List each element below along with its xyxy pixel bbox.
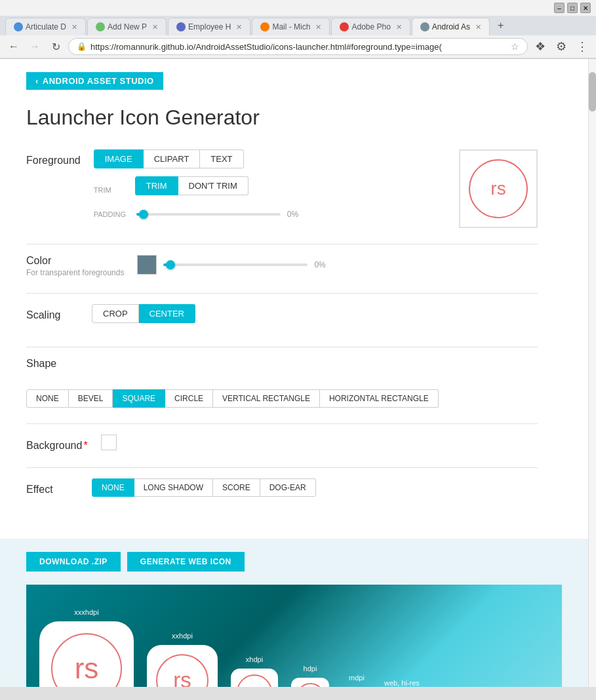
preview-icon-xxxhdpi: rs (39, 621, 134, 687)
browser-tab-addnew[interactable]: Add New P✕ (87, 18, 167, 35)
browser-tab-articulate[interactable]: Articulate D✕ (5, 18, 86, 35)
address-bar[interactable]: 🔒 https://romannurik.github.io/AndroidAs… (68, 38, 528, 55)
preview-circle: rs (469, 159, 528, 218)
color-label-group: Color For transparent foregrounds (26, 255, 124, 277)
close-button[interactable]: ✕ (580, 3, 591, 13)
preview-icon-hdpi: rs (291, 678, 329, 687)
required-indicator: * (83, 440, 87, 451)
preview-icon-xxhdpi: rs (147, 645, 218, 687)
menu-button[interactable]: ⋮ (574, 38, 591, 55)
nav-bar: ← → ↻ 🔒 https://romannurik.github.io/And… (0, 35, 596, 58)
trim-row: TRIM TRIMDON'T TRIM (94, 176, 446, 203)
preview-dpi-label: mdpi (349, 674, 365, 682)
browser-chrome: – □ ✕ Articulate D✕Add New P✕Employee H✕… (0, 0, 596, 59)
shape-square[interactable]: SQUARE (113, 389, 165, 408)
foreground-preview: rs (459, 149, 538, 228)
extensions-button[interactable]: ❖ (532, 38, 549, 55)
color-controls: 0% (137, 255, 538, 275)
preview-icon-circle: rs (237, 674, 272, 687)
foreground-type-image[interactable]: IMAGE (94, 149, 144, 168)
asset-studio-header[interactable]: ‹ ANDROID ASSET STUDIO (26, 72, 163, 90)
effect-score[interactable]: SCORE (213, 478, 260, 497)
new-tab-button[interactable]: + (491, 16, 510, 35)
download-buttons: DOWNLOAD .ZIP GENERATE WEB ICON (26, 552, 562, 572)
reload-button[interactable]: ↻ (47, 38, 64, 55)
browser-tab-employee[interactable]: Employee H✕ (168, 18, 250, 35)
background-section: Background* (26, 435, 538, 452)
shape-circle[interactable]: CIRCLE (165, 389, 213, 408)
foreground-type-clipart[interactable]: CLIPART (144, 149, 201, 168)
preview-item-xxxhdpi: xxxhdpirs (39, 608, 134, 687)
effect-long-shadow[interactable]: LONG SHADOW (134, 478, 213, 497)
address-text: https://romannurik.github.io/AndroidAsse… (90, 42, 507, 52)
bookmark-icon[interactable]: ☆ (511, 41, 519, 52)
foreground-type-text[interactable]: TEXT (200, 149, 243, 168)
preview-icon-xhdpi: rs (231, 669, 278, 687)
generate-web-icon-button[interactable]: GENERATE WEB ICON (127, 552, 245, 572)
foreground-section: Foreground IMAGECLIPARTTEXT TRIM TRIMDON… (26, 149, 538, 228)
preview-dpi-label: xhdpi (246, 655, 263, 663)
foreground-label: Foreground (26, 149, 81, 166)
minimize-button[interactable]: – (554, 3, 565, 13)
shape-btn-group: NONEBEVELSQUARECIRCLEVERTICAL RECTANGLEH… (26, 389, 439, 408)
scaling-btn-group: CROPCENTER (92, 304, 195, 323)
padding-row: PADDING 0% (94, 210, 446, 219)
preview-dpi-label: hdpi (304, 665, 317, 672)
title-bar: – □ ✕ (0, 0, 596, 16)
color-swatch[interactable] (137, 255, 157, 275)
preview-dpi-label: xxhdpi (172, 632, 193, 640)
forward-button[interactable]: → (26, 38, 43, 55)
padding-slider-track[interactable] (136, 213, 281, 216)
preview-item-web--hi-res: web, hi-resrs (384, 679, 420, 687)
color-sublabel: For transparent foregrounds (26, 268, 124, 277)
preview-icon-circle: rs (296, 683, 325, 688)
scaling-center[interactable]: CENTER (139, 304, 195, 323)
preview-grid: xxxhdpirsxxhdpirsxhdpirshdpirsmdpirsweb,… (26, 585, 562, 687)
scaling-label: Scaling (26, 304, 79, 321)
color-slider-track[interactable] (163, 263, 308, 266)
shape-horizontal-rectangle[interactable]: HORIZONTAL RECTANGLE (320, 389, 439, 408)
browser-tab-adobe[interactable]: Adobe Pho✕ (331, 18, 410, 35)
shape-label: Shape (26, 358, 79, 370)
padding-label: PADDING (94, 210, 130, 218)
browser-tab-mail[interactable]: Mail - Mich✕ (252, 18, 330, 35)
effect-section: Effect NONELONG SHADOWSCOREDOG-EAR (26, 478, 538, 497)
color-slider-thumb[interactable] (166, 260, 175, 269)
back-button[interactable]: ← (5, 38, 22, 55)
preview-icon-circle: rs (51, 633, 122, 687)
effect-label: Effect (26, 478, 79, 496)
maximize-button[interactable]: □ (567, 3, 578, 13)
preview-item-xxhdpi: xxhdpirs (147, 632, 218, 687)
trim-label: TRIM (94, 186, 130, 194)
effect-none[interactable]: NONE (92, 478, 134, 497)
lock-icon: 🔒 (77, 42, 87, 51)
download-zip-button[interactable]: DOWNLOAD .ZIP (26, 552, 121, 572)
asset-studio-label: ANDROID ASSET STUDIO (43, 76, 154, 86)
trim-btn-group: TRIMDON'T TRIM (135, 176, 248, 195)
browser-tab-android[interactable]: Android As✕ (412, 18, 490, 35)
download-section: DOWNLOAD .ZIP GENERATE WEB ICON xxxhdpir… (0, 539, 588, 687)
effect-dog-ear[interactable]: DOG-EAR (260, 478, 316, 497)
chevron-left-icon: ‹ (35, 76, 39, 86)
page-title: Launcher Icon Generator (26, 106, 538, 130)
shape-vertical-rectangle[interactable]: VERTICAL RECTANGLE (213, 389, 320, 408)
trim-don-t-trim[interactable]: DON'T TRIM (178, 176, 248, 195)
color-label: Color (26, 255, 124, 267)
shape-section: Shape NONEBEVELSQUARECIRCLEVERTICAL RECT… (26, 358, 538, 408)
preview-item-mdpi: mdpirs (342, 674, 371, 687)
preview-dpi-label: web, hi-res (384, 679, 420, 687)
scrollbar-thumb[interactable] (589, 72, 596, 111)
shape-none[interactable]: NONE (26, 389, 69, 408)
padding-slider-thumb[interactable] (139, 210, 148, 219)
preview-icon-text: rs (490, 178, 506, 199)
preview-icon-circle: rs (156, 654, 209, 687)
scrollbar[interactable] (588, 59, 596, 687)
padding-value: 0% (287, 210, 307, 219)
background-label: Background* (26, 435, 88, 452)
background-swatch[interactable] (101, 435, 117, 450)
preview-icon-text: rs (75, 652, 99, 685)
shape-bevel[interactable]: BEVEL (69, 389, 113, 408)
scaling-crop[interactable]: CROP (92, 304, 139, 323)
trim-trim[interactable]: TRIM (135, 176, 178, 195)
profile-button[interactable]: ⚙ (553, 38, 570, 55)
